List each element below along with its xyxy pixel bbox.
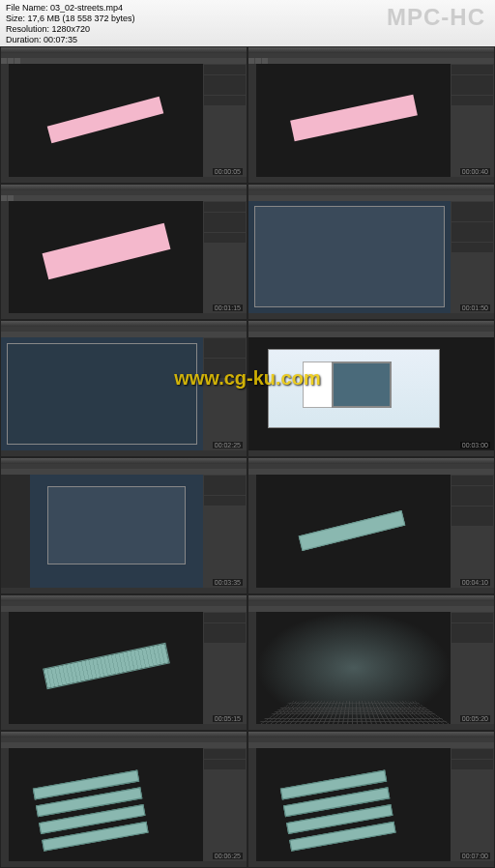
timestamp: 00:03:00 [460, 442, 490, 448]
timestamp: 00:05:15 [213, 715, 243, 722]
thumbnail-11[interactable]: 00:06:25 [0, 731, 248, 868]
timestamp: 00:05:20 [460, 715, 490, 722]
thumbnail-4[interactable]: 00:01:50 [248, 184, 495, 321]
thumbnail-3[interactable]: 00:01:15 [0, 184, 248, 321]
app-name: MPC-HC [387, 4, 485, 31]
duration-row: Duration: 00:07:35 [6, 35, 489, 45]
timestamp: 00:02:25 [213, 442, 243, 448]
thumbnail-2[interactable]: 00:00:40 [248, 46, 495, 184]
timestamp: 00:01:15 [213, 304, 243, 311]
timestamp: 00:01:50 [460, 304, 490, 311]
timestamp: 00:00:05 [213, 168, 243, 175]
thumbnail-12[interactable]: 00:07:00 [248, 731, 495, 868]
thumbnail-8[interactable]: 00:04:10 [248, 457, 495, 594]
timestamp: 00:07:00 [460, 853, 490, 859]
thumbnail-7[interactable]: 00:03:35 [0, 457, 248, 594]
watermark-text: www.cg-ku.com [174, 367, 321, 390]
thumbnail-10[interactable]: 00:05:20 [248, 594, 495, 732]
timestamp: 00:03:35 [213, 579, 243, 586]
thumbnail-grid: 00:00:05 00:00:40 00:01:15 [0, 46, 495, 868]
preview-header: MPC-HC File Name: 03_02-streets.mp4 Size… [0, 0, 495, 46]
thumbnail-9[interactable]: 00:05:15 [0, 594, 248, 732]
timestamp: 00:06:25 [213, 853, 243, 859]
timestamp: 00:04:10 [460, 579, 490, 586]
timestamp: 00:00:40 [460, 168, 490, 175]
thumbnail-1[interactable]: 00:00:05 [0, 46, 248, 184]
